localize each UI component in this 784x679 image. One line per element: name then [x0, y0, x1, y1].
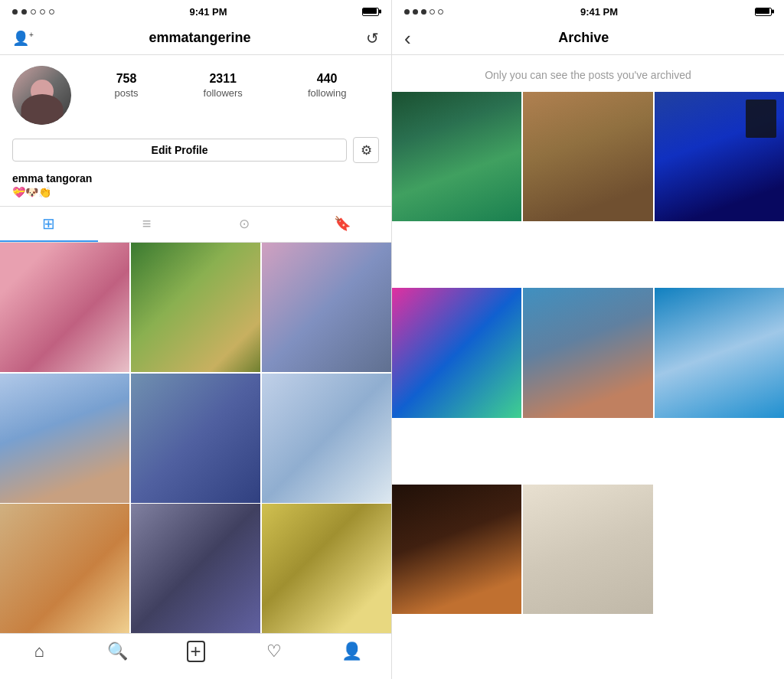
bottom-nav: ⌂ 🔍 + ♡ 👤 [0, 633, 391, 679]
archive-photo-3[interactable] [655, 92, 784, 221]
grid-photo-9[interactable] [262, 504, 391, 633]
bio-name: emma tangoran [12, 172, 379, 184]
archive-photo-2[interactable] [523, 92, 652, 221]
tagged-tab-icon: ⊙ [239, 216, 250, 232]
add-icon: + [187, 641, 205, 662]
archive-photo-7[interactable] [392, 485, 521, 614]
archive-photo-1[interactable] [392, 92, 521, 221]
posts-count: 758 [115, 72, 139, 86]
grid-photo-1[interactable] [0, 243, 129, 372]
tab-saved[interactable]: 🔖 [293, 207, 391, 242]
followers-count: 2311 [204, 72, 243, 86]
tab-list[interactable]: ≡ [98, 207, 196, 242]
right-status-time: 9:41 PM [580, 6, 618, 18]
home-icon: ⌂ [34, 641, 44, 661]
archive-nav-bar: ‹ Archive [392, 21, 784, 55]
right-signal-dots [404, 9, 443, 15]
settings-icon: ⚙ [361, 142, 372, 158]
heart-icon: ♡ [266, 641, 282, 661]
profile-tabs: ⊞ ≡ ⊙ 🔖 [0, 206, 391, 243]
right-status-bar: 9:41 PM [392, 0, 784, 21]
avatar-image [12, 66, 71, 125]
bottom-nav-heart[interactable]: ♡ [235, 638, 313, 664]
bio-emojis: 💝🐶👏 [12, 186, 379, 198]
followers-stat: 2311 followers [204, 72, 243, 100]
grid-photo-7[interactable] [0, 504, 129, 633]
tab-tagged[interactable]: ⊙ [196, 207, 294, 242]
back-button[interactable]: ‹ [404, 28, 411, 48]
saved-tab-icon: 🔖 [334, 215, 351, 232]
grid-photo-5[interactable] [131, 374, 260, 503]
history-icon[interactable]: ↺ [366, 29, 379, 47]
archive-photo-5[interactable] [523, 288, 652, 417]
right-panel: 9:41 PM ‹ Archive Only you can see the p… [392, 0, 784, 679]
followers-label: followers [204, 87, 243, 99]
edit-profile-row: Edit Profile ⚙ [0, 131, 391, 169]
bottom-nav-home[interactable]: ⌂ [0, 638, 78, 664]
settings-button[interactable]: ⚙ [353, 137, 379, 163]
grid-photo-2[interactable] [131, 243, 260, 372]
left-signal-dots [12, 9, 54, 15]
list-tab-icon: ≡ [142, 215, 152, 233]
grid-photo-4[interactable] [0, 374, 129, 503]
edit-profile-button[interactable]: Edit Profile [12, 139, 347, 162]
grid-photo-8[interactable] [131, 504, 260, 633]
left-status-time: 9:41 PM [189, 6, 227, 18]
bottom-nav-add[interactable]: + [156, 638, 234, 664]
add-user-icon[interactable]: 👤+ [12, 30, 34, 47]
posts-label: posts [115, 87, 139, 99]
dot-1 [12, 9, 18, 15]
photo-grid [0, 243, 391, 633]
following-stat: 440 following [308, 72, 347, 100]
archive-photo-6[interactable] [655, 288, 784, 417]
archive-photo-8[interactable] [523, 485, 652, 614]
profile-section: 758 posts 2311 followers 440 following [0, 55, 391, 131]
archive-subtitle: Only you can see the posts you've archiv… [392, 55, 784, 92]
profile-username: emmatangerine [149, 30, 250, 46]
grid-photo-3[interactable] [262, 243, 391, 372]
archive-grid [392, 92, 784, 679]
left-battery [362, 8, 379, 16]
dot-2 [21, 9, 27, 15]
left-status-bar: 9:41 PM [0, 0, 391, 21]
dot-5 [49, 9, 54, 15]
grid-tab-icon: ⊞ [42, 214, 55, 233]
archive-photo-4[interactable] [392, 288, 521, 417]
tab-grid[interactable]: ⊞ [0, 207, 98, 242]
following-count: 440 [308, 72, 347, 86]
stats-row: 758 posts 2311 followers 440 following [82, 66, 379, 100]
dot-4 [40, 9, 45, 15]
profile-icon: 👤 [341, 641, 362, 661]
right-battery-icon [755, 8, 772, 16]
battery-icon [362, 8, 379, 16]
posts-stat: 758 posts [115, 72, 139, 100]
search-icon: 🔍 [107, 641, 128, 661]
right-battery [755, 8, 772, 16]
archive-title: Archive [411, 30, 756, 46]
bottom-nav-search[interactable]: 🔍 [78, 638, 156, 664]
avatar [12, 66, 71, 125]
left-nav-bar: 👤+ emmatangerine ↺ [0, 21, 391, 55]
grid-photo-6[interactable] [262, 374, 391, 503]
left-panel: 9:41 PM 👤+ emmatangerine ↺ 758 posts 231… [0, 0, 392, 679]
bottom-nav-profile[interactable]: 👤 [313, 638, 391, 664]
bio-section: emma tangoran 💝🐶👏 [0, 169, 391, 206]
dot-3 [31, 9, 36, 15]
following-label: following [308, 87, 347, 99]
